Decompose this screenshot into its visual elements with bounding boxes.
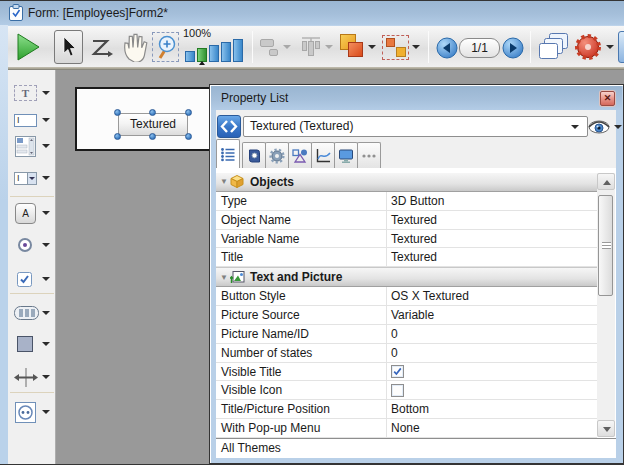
property-row-title: TitleTextured: [216, 248, 597, 267]
code-chevrons-icon[interactable]: [217, 115, 241, 138]
combobox-tool-dropdown-arrow[interactable]: [42, 176, 50, 180]
property-section-objects[interactable]: ▼Objects: [216, 173, 597, 192]
select-arrow-icon: [63, 37, 76, 57]
object-selector-dropdown[interactable]: Textured (Textured): [243, 116, 588, 137]
property-value[interactable]: Variable: [386, 306, 597, 324]
checked-checkbox[interactable]: [391, 365, 404, 378]
tab-objects-tab[interactable]: [288, 142, 312, 168]
display-tab-icon: [338, 148, 354, 163]
button-tool-icon: A: [15, 203, 36, 224]
scrollbar-down-button[interactable]: [597, 420, 615, 437]
property-row-picture-name-id: Picture Name/ID0: [216, 325, 597, 344]
selection-handle-4[interactable]: [114, 133, 121, 140]
form-pages-button[interactable]: [538, 32, 570, 62]
property-value[interactable]: Textured: [386, 230, 597, 248]
collapse-triangle-icon[interactable]: ▼: [216, 177, 230, 186]
clipped-toolbar-button[interactable]: [618, 31, 624, 63]
tab-database-tab[interactable]: [242, 142, 266, 168]
property-name: Number of states: [216, 346, 386, 360]
view-options-button[interactable]: [588, 119, 622, 137]
database-tab-icon: [247, 148, 262, 163]
actions-dropdown-arrow[interactable]: [606, 45, 614, 49]
plugin-tool-dropdown-arrow[interactable]: [42, 410, 50, 414]
more-tab-icon: [361, 148, 377, 163]
button-tool-dropdown-arrow[interactable]: [42, 211, 50, 215]
duplicate-dropdown-arrow[interactable]: [412, 45, 420, 49]
property-value-text: Textured: [391, 250, 437, 264]
tab-gear-tab[interactable]: [265, 142, 289, 168]
unchecked-checkbox[interactable]: [391, 384, 404, 397]
actions-menu-button[interactable]: [575, 34, 602, 61]
prev-page-button[interactable]: [436, 37, 458, 59]
tab-chart-tab[interactable]: [311, 142, 335, 168]
input-tool-dropdown-arrow[interactable]: [42, 118, 50, 122]
next-page-button[interactable]: [502, 37, 524, 59]
scrollbar-thumb[interactable]: [598, 195, 613, 296]
pan-tool[interactable]: [120, 32, 148, 62]
entry-order-tool[interactable]: [89, 36, 115, 60]
scrollbar-grip: [602, 242, 611, 249]
property-value[interactable]: 0: [386, 325, 597, 343]
window-left-border: [0, 25, 8, 464]
duplicate-grid-icon: [383, 36, 408, 59]
picture-icon: [230, 270, 250, 284]
tab-more-tab[interactable]: [357, 142, 381, 168]
property-list-close-button[interactable]: ✕: [600, 91, 615, 106]
rectangle-tool-icon: [17, 336, 33, 352]
property-value[interactable]: [386, 381, 597, 399]
zoom-scale-widget[interactable]: [185, 39, 247, 65]
align-dropdown-arrow[interactable]: [325, 45, 333, 49]
property-value[interactable]: OS X Textured: [386, 287, 597, 305]
property-section-text-and-picture[interactable]: ▼Text and Picture: [216, 267, 597, 287]
align-menu-button[interactable]: [299, 35, 323, 59]
property-value[interactable]: Textured: [386, 248, 597, 266]
radio-tool-dropdown-arrow[interactable]: [42, 243, 50, 247]
checkbox-tool-icon: [16, 271, 33, 288]
zoom-tool[interactable]: [152, 32, 179, 62]
checkbox-tool-dropdown-arrow[interactable]: [42, 277, 50, 281]
eye-icon: [588, 119, 610, 135]
select-tool-button[interactable]: [54, 30, 83, 64]
selection-handle-2[interactable]: [149, 109, 156, 116]
property-scrollbar[interactable]: [597, 173, 615, 437]
splitter-tool-dropdown-arrow[interactable]: [42, 375, 50, 379]
property-name: Object Name: [216, 213, 386, 227]
page-indicator[interactable]: 1/1: [459, 38, 500, 58]
collapse-triangle-icon[interactable]: ▼: [216, 273, 230, 282]
property-value-text: Textured: [391, 213, 437, 227]
palette-separator-3: [10, 392, 54, 393]
magnifier-icon: [154, 34, 178, 61]
text-tool-dropdown-arrow[interactable]: [42, 91, 50, 95]
tab-properties-tab[interactable]: [216, 139, 240, 168]
level-menu-button[interactable]: [338, 33, 366, 61]
segmented-tool-dropdown-arrow[interactable]: [42, 311, 50, 315]
property-value-text: Variable: [391, 308, 434, 322]
property-value[interactable]: Textured: [386, 211, 597, 229]
property-row-with-pop-up-menu: With Pop-up MenuNone: [216, 419, 597, 438]
run-button[interactable]: [16, 33, 40, 61]
property-value[interactable]: [386, 363, 597, 381]
listbox-tool-dropdown-arrow[interactable]: [42, 144, 50, 148]
property-value[interactable]: 3D Button: [386, 192, 597, 210]
selection-handle-1[interactable]: [114, 109, 121, 116]
selection-handle-6[interactable]: [185, 133, 192, 140]
property-name: Picture Name/ID: [216, 327, 386, 341]
themes-status-bar[interactable]: All Themes: [216, 438, 616, 458]
property-value[interactable]: Bottom: [386, 400, 597, 418]
toolbar-border3: [8, 69, 624, 70]
selection-handle-5[interactable]: [149, 133, 156, 140]
scrollbar-up-button[interactable]: [597, 173, 615, 190]
selection-handle-3[interactable]: [185, 109, 192, 116]
property-row-visible-icon: Visible Icon: [216, 381, 597, 400]
cube-icon: [230, 175, 250, 188]
rectangle-tool-dropdown-arrow[interactable]: [42, 342, 50, 346]
distribute-dropdown-arrow[interactable]: [283, 45, 291, 49]
property-value[interactable]: None: [386, 419, 597, 437]
property-value[interactable]: 0: [386, 344, 597, 362]
level-dropdown-arrow[interactable]: [368, 45, 376, 49]
property-value-text: Bottom: [391, 402, 429, 416]
tab-display-tab[interactable]: [334, 142, 358, 168]
duplicate-menu-button[interactable]: [382, 35, 409, 60]
distribute-menu-button[interactable]: [260, 37, 280, 57]
property-table: ▼ObjectsType3D ButtonObject NameTextured…: [216, 173, 597, 438]
